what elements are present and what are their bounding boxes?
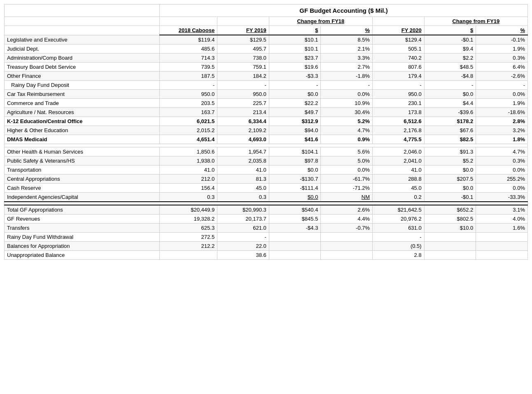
row-value: -2.6%	[476, 72, 528, 81]
col-c18d-header: $	[269, 26, 321, 35]
row-value: $104.1	[269, 147, 321, 156]
table-row: Treasury Board Debt Service739.5759.1$19…	[5, 63, 528, 72]
title-spacer	[5, 5, 160, 17]
change-from-18-header: Change from FY18	[269, 17, 372, 26]
table-row: Cash Reserve156.445.0-$111.4-71.2%45.0$0…	[5, 184, 528, 193]
row-value: 1,938.0	[159, 156, 217, 166]
row-value: 1.6%	[476, 224, 528, 233]
row-value	[424, 251, 476, 260]
row-value: 212.2	[159, 242, 217, 251]
row-value: -$0.1	[424, 193, 476, 202]
row-value: -$130.7	[269, 175, 321, 184]
row-value: 230.1	[373, 99, 425, 108]
row-value: -	[476, 81, 528, 90]
row-value: 740.2	[373, 54, 425, 63]
row-label: Transfers	[5, 224, 160, 233]
row-value: 5.0%	[321, 156, 373, 166]
row-value: -$39.6	[424, 108, 476, 117]
row-value: $540.4	[269, 205, 321, 214]
row-value: 631.0	[373, 224, 425, 233]
row-value: 184.2	[217, 72, 269, 81]
row-value: 81.3	[217, 175, 269, 184]
row-value: 187.5	[159, 72, 217, 81]
table-row: K-12 Education/Central Office6,021.56,33…	[5, 117, 528, 126]
row-value: 2,015.2	[159, 126, 217, 135]
row-value: 3.3%	[321, 54, 373, 63]
row-value: $19.6	[269, 63, 321, 72]
row-label: K-12 Education/Central Office	[5, 117, 160, 126]
row-value: 212.0	[159, 175, 217, 184]
table-row: Independent Agencies/Capital0.30.3$0.0NM…	[5, 193, 528, 202]
row-value: 807.6	[373, 63, 425, 72]
row-value: 6,334.4	[217, 117, 269, 126]
row-value: $20,990.3	[217, 205, 269, 214]
row-value: 2.8	[373, 251, 425, 260]
row-value: $22.2	[269, 99, 321, 108]
row-value: 20,976.2	[373, 214, 425, 224]
table-row	[5, 144, 528, 147]
row-value: 0.0%	[321, 90, 373, 99]
row-value: 5.6%	[321, 147, 373, 156]
row-value: NM	[321, 193, 373, 202]
row-value: -$4.8	[424, 72, 476, 81]
row-value: 2,046.0	[373, 147, 425, 156]
row-value: $845.5	[269, 214, 321, 224]
row-label: DMAS Medicaid	[5, 135, 160, 144]
row-value: 2,041.0	[373, 156, 425, 166]
row-value: 163.7	[159, 108, 217, 117]
row-value: -	[424, 81, 476, 90]
row-value: $67.6	[424, 126, 476, 135]
row-value: 950.0	[217, 90, 269, 99]
row-value	[424, 233, 476, 242]
fy2019-spacer	[217, 17, 269, 26]
table-row: Other Health & Human Services1,850.61,95…	[5, 147, 528, 156]
row-value	[159, 251, 217, 260]
row-label: Other Finance	[5, 72, 160, 81]
row-value: 272.5	[159, 233, 217, 242]
row-value: 1.9%	[476, 44, 528, 54]
row-value: 22.0	[217, 242, 269, 251]
row-value: 950.0	[373, 90, 425, 99]
row-value: 2.8%	[476, 117, 528, 126]
table-body: Legislative and Executive$119.4$129.5$10…	[5, 35, 528, 260]
row-label: Rainy Day Fund Withdrawal	[5, 233, 160, 242]
row-value	[424, 242, 476, 251]
row-value: $0.0	[424, 166, 476, 175]
row-value: 0.0%	[476, 166, 528, 175]
table-row: Other Finance187.5184.2-$3.3-1.8%179.4-$…	[5, 72, 528, 81]
table-row: Agriculture / Nat. Resources163.7213.4$4…	[5, 108, 528, 117]
col-fy2020-header: FY 2020	[373, 26, 425, 35]
row-value: 45.0	[217, 184, 269, 193]
row-value: 0.0%	[476, 90, 528, 99]
row-value: $2.2	[424, 54, 476, 63]
table-row: DMAS Medicaid4,651.44,693.0$41.60.9%4,77…	[5, 135, 528, 144]
row-label: GF Revenues	[5, 214, 160, 224]
table-row: Rainy Day Fund Deposit-------	[5, 81, 528, 90]
row-value: -	[217, 233, 269, 242]
row-value	[269, 251, 321, 260]
col-label-header	[5, 26, 160, 35]
row-value: $0.0	[269, 90, 321, 99]
row-value: -	[321, 81, 373, 90]
row-value: 38.6	[217, 251, 269, 260]
row-label: Higher & Other Education	[5, 126, 160, 135]
table-row: Central Appropriations212.081.3-$130.7-6…	[5, 175, 528, 184]
row-value	[321, 233, 373, 242]
table-row: Unappropriated Balance38.62.8	[5, 251, 528, 260]
row-value: 759.1	[217, 63, 269, 72]
row-value: $4.4	[424, 99, 476, 108]
row-label: Unappropriated Balance	[5, 251, 160, 260]
table-row: Car Tax Reimbursement950.0950.0$0.00.0%9…	[5, 90, 528, 99]
row-value: -0.1%	[476, 35, 528, 44]
row-value: 179.4	[373, 72, 425, 81]
row-value: 156.4	[159, 184, 217, 193]
row-value	[321, 242, 373, 251]
row-value	[476, 233, 528, 242]
col-c19d-header: $	[424, 26, 476, 35]
row-value: 714.3	[159, 54, 217, 63]
row-value: $23.7	[269, 54, 321, 63]
row-value: $207.5	[424, 175, 476, 184]
column-headers-row: 2018 Caboose FY 2019 $ % FY 2020 $ %	[5, 26, 528, 35]
row-label: Independent Agencies/Capital	[5, 193, 160, 202]
row-value: 45.0	[373, 184, 425, 193]
